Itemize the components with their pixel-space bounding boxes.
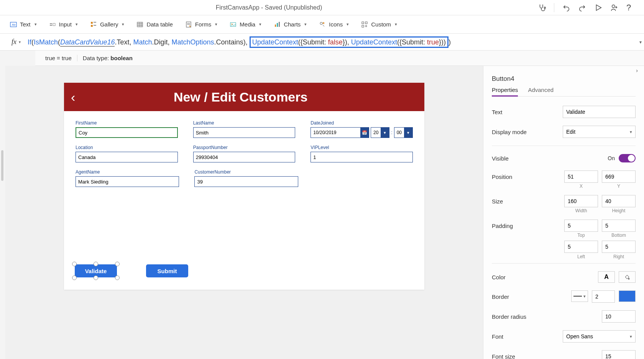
canvas-area[interactable]: ‹ New / Edit Customers FirstName LastNam…: [5, 66, 483, 359]
border-style-select[interactable]: ▾: [571, 290, 588, 302]
svg-rect-22: [275, 25, 276, 27]
validate-button[interactable]: Validate: [75, 264, 117, 277]
share-icon[interactable]: [610, 3, 619, 12]
calendar-icon[interactable]: 📅: [360, 127, 369, 138]
resize-handle[interactable]: [72, 275, 77, 280]
sublabel-bottom: Bottom: [602, 233, 636, 238]
help-icon[interactable]: ?: [626, 3, 635, 12]
formula-expand-icon[interactable]: ▾: [639, 39, 642, 45]
field-lastname: LastName: [193, 120, 296, 138]
form-row: FirstName LastName DateJoined 10/20/2019: [76, 120, 413, 138]
padding-bottom-input[interactable]: [602, 220, 636, 232]
left-rail[interactable]: [0, 66, 5, 359]
prop-display-mode-select[interactable]: Edit ▾: [563, 126, 636, 138]
ribbon-gallery[interactable]: Gallery▾: [90, 21, 125, 28]
hour-select[interactable]: 20 ▾: [371, 127, 389, 138]
stethoscope-icon[interactable]: [538, 3, 546, 12]
canvas-screen[interactable]: ‹ New / Edit Customers FirstName LastNam…: [64, 83, 424, 290]
formula-bar[interactable]: fx ▾ If(IsMatch(DataCardValue16.Text, Ma…: [0, 34, 644, 51]
redo-icon[interactable]: [578, 3, 586, 12]
label-firstname: FirstName: [76, 120, 178, 126]
padding-top-input[interactable]: [564, 220, 598, 232]
title-bar: FirstCanvasApp - Saved (Unpublished) ?: [0, 0, 644, 15]
svg-point-21: [232, 23, 233, 25]
ribbon-custom[interactable]: Custom▾: [361, 21, 397, 28]
input-custno[interactable]: [194, 176, 298, 187]
ribbon-data-table[interactable]: Data table: [136, 21, 172, 28]
ribbon-charts[interactable]: Charts▾: [274, 21, 307, 28]
play-icon[interactable]: [594, 3, 603, 12]
paint-bucket-icon: [624, 274, 631, 280]
date-value-box[interactable]: 10/20/2019 📅: [310, 127, 369, 138]
divider: [492, 146, 636, 146]
padding-right-input[interactable]: [602, 241, 636, 253]
field-vip: VIPLevel: [310, 145, 413, 162]
chevron-down-icon[interactable]: ▾: [381, 127, 389, 138]
tab-properties[interactable]: Properties: [492, 87, 518, 97]
panel-expand-icon[interactable]: ›: [636, 67, 638, 74]
font-size-input[interactable]: [602, 350, 636, 359]
sublabel-left: Left: [564, 254, 598, 259]
resize-handle[interactable]: [72, 262, 77, 266]
resize-handle[interactable]: [115, 275, 120, 280]
font-select[interactable]: Open Sans ▾: [563, 330, 636, 343]
label-custno: CustomerNumber: [194, 169, 298, 175]
ribbon-input[interactable]: Input▾: [49, 21, 78, 28]
formula-result-bar: true = true Data type: boolean: [35, 51, 644, 66]
input-vip[interactable]: [310, 152, 413, 162]
font-color-button[interactable]: A: [598, 271, 615, 283]
ribbon-text[interactable]: Ab Text▾: [10, 21, 37, 28]
border-color-swatch[interactable]: [619, 290, 636, 302]
fill-color-button[interactable]: [619, 271, 636, 283]
tab-advanced[interactable]: Advanced: [528, 87, 554, 96]
border-radius-input[interactable]: [602, 310, 636, 323]
ribbon-icons-label: Icons: [329, 21, 343, 28]
toggle-switch[interactable]: [619, 154, 636, 162]
input-passport[interactable]: [193, 152, 296, 162]
workspace: ‹ New / Edit Customers FirstName LastNam…: [0, 66, 644, 359]
visible-toggle[interactable]: On: [608, 154, 636, 162]
minute-value: 00: [394, 130, 404, 135]
line-icon: [573, 296, 582, 297]
chevron-down-icon: ▾: [304, 22, 307, 27]
ribbon-forms[interactable]: Forms▾: [185, 21, 218, 28]
padding-left-input[interactable]: [564, 241, 598, 253]
undo-icon[interactable]: [562, 3, 570, 12]
position-x-input[interactable]: [564, 170, 598, 183]
resize-handle[interactable]: [94, 275, 98, 280]
form-area: FirstName LastName DateJoined 10/20/2019: [64, 111, 424, 272]
input-location[interactable]: [76, 152, 178, 162]
date-value: 10/20/2019: [311, 130, 338, 135]
size-width-input[interactable]: [564, 195, 598, 207]
canvas-header: ‹ New / Edit Customers: [64, 83, 424, 111]
chevron-down-icon[interactable]: ▾: [404, 127, 412, 138]
prop-text-input[interactable]: [563, 106, 636, 118]
prop-position-label: Position: [492, 174, 512, 180]
chevron-down-icon[interactable]: ▾: [19, 40, 21, 44]
svg-point-2: [612, 5, 615, 7]
minute-select[interactable]: 00 ▾: [394, 127, 413, 138]
input-firstname[interactable]: [76, 127, 178, 138]
font-value: Open Sans: [566, 333, 593, 339]
input-agent[interactable]: [76, 176, 179, 187]
ribbon-icons[interactable]: Icons▾: [319, 21, 349, 28]
resize-handle[interactable]: [115, 262, 120, 266]
resize-handle[interactable]: [94, 262, 98, 266]
position-y-input[interactable]: [602, 170, 636, 183]
tok-text: .Text,: [115, 38, 133, 46]
border-width-input[interactable]: [592, 290, 615, 303]
chevron-down-icon: ▾: [259, 22, 261, 27]
prop-color: Color A: [492, 267, 636, 287]
sublabel-width: Width: [564, 208, 598, 213]
submit-button[interactable]: Submit: [146, 264, 188, 277]
input-lastname[interactable]: [193, 127, 296, 138]
prop-display-mode-label: Display mode: [492, 129, 527, 135]
prop-text: Text: [492, 102, 636, 122]
ribbon-media[interactable]: Media▾: [230, 21, 261, 28]
label-passport: PassportNumber: [193, 145, 296, 150]
label-vip: VIPLevel: [310, 145, 413, 150]
tok-uc2-arg: ({Submit:: [397, 38, 427, 46]
size-height-input[interactable]: [602, 195, 636, 207]
color-buttons: A: [598, 271, 636, 283]
formula-text[interactable]: If(IsMatch(DataCardValue16.Text, Match.D…: [28, 36, 636, 48]
